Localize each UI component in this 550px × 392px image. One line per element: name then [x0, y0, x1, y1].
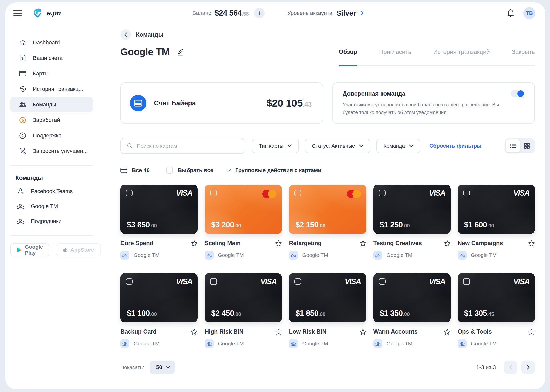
search-box[interactable] [120, 138, 244, 154]
card-checkbox[interactable] [126, 190, 133, 196]
search-icon [127, 143, 133, 149]
trusted-team-description: Участники могут пополнять свой баланс бе… [343, 101, 508, 116]
card-team: Google TM [205, 251, 282, 260]
buyer-account-amount: $20 105.43 [266, 98, 312, 109]
sidebar-item-label: Поддержка [33, 132, 62, 139]
tab-overview[interactable]: Обзор [339, 48, 357, 66]
card-icon [120, 168, 128, 173]
mastercard-logo [347, 190, 361, 198]
card-team-name: Google TM [471, 252, 497, 258]
sidebar-item-label: Запросить улучшен... [33, 148, 88, 154]
star-icon[interactable] [360, 329, 366, 335]
card-balance: $1 600.00 [464, 220, 494, 230]
bank-card[interactable]: VISA $1 100.00 [120, 273, 198, 322]
balance-cents: .58 [242, 11, 249, 17]
trusted-team-toggle[interactable] [511, 90, 524, 98]
bank-card[interactable]: VISA $1 600.00 [458, 185, 535, 234]
grid-view-icon[interactable] [520, 140, 534, 152]
visa-logo: VISA [514, 189, 530, 198]
trusted-team-panel: Доверенная команда Участники могут попол… [332, 82, 535, 124]
card-cell: VISA $1 600.00 New Campaigns Google TM [458, 185, 535, 260]
card-checkbox[interactable] [294, 278, 301, 285]
pencil-icon[interactable] [176, 48, 184, 56]
card-checkbox[interactable] [463, 278, 470, 285]
search-input[interactable] [137, 143, 238, 149]
sidebar-item-earn[interactable]: $ Заработай [10, 112, 93, 128]
sidebar-item-support[interactable]: ? Поддержка [10, 128, 93, 144]
bank-card[interactable]: VISA $2 150.00 [289, 185, 366, 234]
card-checkbox[interactable] [210, 278, 217, 285]
star-icon[interactable] [444, 240, 451, 247]
star-icon[interactable] [275, 240, 282, 247]
status-dropdown[interactable]: Статус: Активные [305, 139, 370, 153]
chevron-down-icon [166, 366, 170, 369]
page-size-select[interactable]: 50 [150, 361, 175, 374]
next-page-button[interactable] [522, 361, 535, 374]
app-store-button[interactable]: AppStore [56, 244, 101, 256]
sidebar-item-cards[interactable]: Карты [10, 66, 93, 82]
account-level-group[interactable]: Уровень аккаунта Silver [288, 9, 364, 18]
team-badge-icon [374, 251, 382, 260]
card-type-dropdown[interactable]: Тип карты [252, 139, 299, 153]
google-play-label: Google Play [25, 244, 43, 256]
team-badge-icon [289, 339, 298, 348]
card-checkbox[interactable] [463, 190, 470, 196]
sidebar-item-dashboard[interactable]: Dashboard [10, 35, 93, 50]
avatar[interactable]: TB [524, 7, 536, 19]
card-checkbox[interactable] [210, 190, 217, 196]
sidebar-team-facebook-teams[interactable]: Facebook Teams [6, 184, 98, 199]
card-cell: VISA $3 850.00 Core Spend Google TM [120, 185, 198, 260]
sidebar-team-google-tm[interactable]: Google TM [6, 199, 98, 214]
card-checkbox[interactable] [126, 278, 133, 285]
bank-card[interactable]: VISA $1 350.00 [374, 273, 451, 322]
visa-logo: VISA [429, 189, 445, 198]
list-view-icon[interactable] [506, 140, 520, 152]
star-icon[interactable] [191, 240, 198, 247]
sidebar-item-request-improvement[interactable]: Запросить улучшен... [10, 144, 93, 159]
sidebar-team-contractors[interactable]: Подрядчики [6, 214, 98, 229]
reset-filters-link[interactable]: Сбросить фильтры [430, 143, 482, 149]
tab-close[interactable]: Закрыть [512, 48, 535, 66]
bank-card[interactable]: VISA $3 850.00 [120, 185, 198, 234]
dollar-coin-icon: $ [19, 117, 26, 124]
card-team: Google TM [374, 339, 451, 348]
select-all-checkbox[interactable] [166, 167, 173, 174]
card-checkbox[interactable] [379, 190, 386, 196]
star-icon[interactable] [444, 329, 451, 335]
card-checkbox[interactable] [294, 190, 301, 196]
breadcrumb[interactable]: Команды [136, 31, 164, 38]
sidebar-item-accounts[interactable]: $ Ваши счета [10, 50, 93, 66]
back-button[interactable] [120, 30, 131, 40]
brand-logo[interactable]: e.pn [32, 8, 61, 19]
bulk-actions-dropdown[interactable]: Групповые действия с картами [226, 167, 322, 174]
star-icon[interactable] [275, 329, 282, 335]
bell-icon[interactable] [507, 9, 514, 18]
bank-card[interactable]: VISA $1 250.00 [374, 185, 451, 234]
visa-logo: VISA [345, 277, 361, 286]
star-icon[interactable] [528, 240, 535, 247]
bank-card[interactable]: VISA $2 450.00 [205, 273, 282, 322]
bank-card[interactable]: VISA $3 200.00 [205, 185, 282, 234]
add-funds-button[interactable]: + [254, 8, 265, 18]
sidebar-item-teams[interactable]: Команды [10, 97, 93, 112]
menu-icon[interactable] [14, 10, 22, 16]
star-icon[interactable] [528, 329, 535, 335]
account-level-value: Silver [336, 9, 356, 18]
bank-card[interactable]: VISA $1 305.45 [458, 273, 535, 322]
screen: e.pn Баланс $24 564.58 + Уровень аккаунт… [0, 0, 550, 392]
history-icon [19, 86, 26, 93]
google-play-button[interactable]: Google Play [10, 244, 50, 256]
tab-transaction-history[interactable]: История транзакций [433, 48, 490, 66]
card-team-name: Google TM [302, 341, 328, 347]
star-icon[interactable] [191, 329, 198, 335]
team-badge-icon [205, 251, 214, 260]
bank-card[interactable]: VISA $1 850.00 [289, 273, 366, 322]
team-dropdown[interactable]: Команда [376, 139, 420, 153]
sidebar-item-history[interactable]: История транзакц... [10, 82, 93, 97]
tab-invite[interactable]: Пригласить [379, 48, 411, 66]
card-team-name: Google TM [134, 252, 160, 258]
visa-logo: VISA [429, 277, 445, 286]
prev-page-button[interactable] [504, 361, 518, 374]
card-checkbox[interactable] [379, 278, 386, 285]
star-icon[interactable] [360, 240, 366, 247]
